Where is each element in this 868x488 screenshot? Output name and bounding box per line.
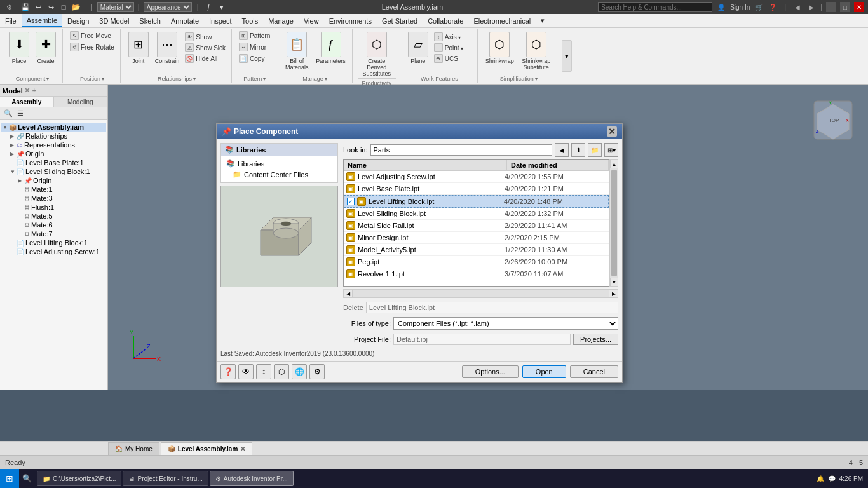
restore-btn[interactable]: □ (840, 2, 850, 12)
file-row-3[interactable]: ▣ Level Sliding Block.ipt 4/20/2020 1:32… (344, 208, 609, 220)
constrain-btn[interactable]: ⋯ Constrain (153, 30, 182, 65)
tab-level-assembly[interactable]: 📦 Level Assembly.iam ✕ (161, 442, 253, 455)
qa-redo[interactable]: ↪ (46, 2, 56, 12)
content-center-item[interactable]: 📁 Content Center Files (224, 169, 335, 180)
file-row-5[interactable]: ▣ Minor Design.ipt 2/2/2020 2:15 PM (344, 232, 609, 244)
file-row-2[interactable]: ✓ ▣ Level Lifting Block.ipt 4/20/2020 1:… (344, 195, 609, 208)
parameters-btn[interactable]: ƒ Parameters (313, 30, 348, 65)
assembly-tab-close[interactable]: ✕ (240, 445, 245, 452)
file-row-8[interactable]: ▣ Revolve-1-1.ipt 3/7/2020 11:07 AM (344, 268, 609, 280)
menu-more[interactable]: ▾ (536, 14, 550, 27)
dialog-close-btn[interactable]: ✕ (607, 126, 617, 137)
close-btn[interactable]: ✕ (854, 2, 864, 12)
qa-new[interactable]: □ (58, 2, 69, 12)
libraries-item[interactable]: 📚 Libraries (224, 158, 335, 169)
show-btn[interactable]: 👁Show (183, 32, 227, 42)
file-row-6[interactable]: ▣ Model_Activity5.ipt 1/22/2020 11:30 AM (344, 244, 609, 256)
hide-all-btn[interactable]: 🚫Hide All (183, 53, 227, 64)
axis-btn[interactable]: ↕Axis ▾ (432, 32, 466, 42)
tray-icon-notification[interactable]: 🔔 (817, 475, 824, 482)
file-row-4[interactable]: ▣ Metal Side Rail.ipt 2/29/2020 11:41 AM (344, 220, 609, 232)
menu-file[interactable]: File (0, 14, 22, 27)
start-button[interactable]: ⊞ (0, 469, 19, 488)
lookin-back-btn[interactable]: ◀ (555, 143, 569, 157)
col-date[interactable]: Date modified (507, 160, 609, 170)
ribbon-more-btn[interactable]: ▾ (560, 29, 573, 83)
view1-btn[interactable]: 👁 (238, 364, 254, 379)
open-btn[interactable]: Open (522, 365, 566, 378)
file-row-1[interactable]: ▣ Level Base Plate.ipt 4/20/2020 1:21 PM (344, 183, 609, 195)
scroll-left-btn[interactable]: ◀ (344, 290, 353, 297)
col-name[interactable]: Name (344, 160, 507, 170)
menu-getstarted[interactable]: Get Started (377, 14, 423, 27)
minimize-btn[interactable]: — (826, 2, 836, 12)
lookin-view-btn[interactable]: ⊞▾ (604, 143, 618, 157)
scroll-up-btn[interactable]: ▲ (610, 159, 618, 168)
taskbar-item-0[interactable]: 📁 C:\Users\ortiza2\Pict... (37, 471, 121, 486)
create-derived-btn[interactable]: ⬡ Create Derived Substitutes (358, 30, 396, 78)
menu-manage[interactable]: Manage (263, 14, 299, 27)
taskbar-item-1[interactable]: 🖥 Project Editor - Instru... (123, 471, 208, 486)
lookin-up-btn[interactable]: ⬆ (571, 143, 585, 157)
tray-icon-chat[interactable]: 💬 (828, 475, 836, 482)
lookin-newfolder-btn[interactable]: 📁 (588, 143, 602, 157)
help-icon[interactable]: ❓ (768, 2, 778, 12)
help-dialog-btn[interactable]: ❓ (220, 364, 236, 379)
file-checkbox-2[interactable]: ✓ (347, 198, 355, 205)
mirror-btn[interactable]: ↔Mirror (237, 42, 268, 52)
settings-dialog-btn[interactable]: ⚙ (309, 364, 325, 379)
view3-btn[interactable]: ⬡ (274, 364, 289, 379)
arrow-icon[interactable]: ◀ (792, 2, 803, 12)
show-sick-btn[interactable]: ⚠Show Sick (183, 43, 227, 53)
globe-btn[interactable]: 🌐 (292, 364, 307, 379)
view2-btn[interactable]: ↕ (256, 364, 271, 379)
search-input[interactable] (598, 2, 712, 12)
options-btn[interactable]: Options... (462, 365, 519, 378)
user-icon[interactable]: 👤 (716, 2, 726, 12)
menu-assemble[interactable]: Assemble (22, 14, 62, 27)
menu-collaborate[interactable]: Collaborate (423, 14, 468, 27)
menu-annotate[interactable]: Annotate (166, 14, 204, 27)
file-row-0[interactable]: ▣ Level Adjusting Screw.ipt 4/20/2020 1:… (344, 171, 609, 183)
appearance-dropdown[interactable]: Appearance (144, 2, 192, 12)
qa-undo[interactable]: ↩ (33, 2, 43, 12)
qa-save[interactable]: 💾 (20, 2, 31, 12)
menu-environments[interactable]: Environments (324, 14, 377, 27)
arrow-right-icon[interactable]: ▶ (806, 2, 817, 12)
scroll-down-btn[interactable]: ▼ (610, 278, 618, 287)
file-list-scrollbar[interactable]: ▲ ▼ (609, 159, 618, 287)
menu-inspect[interactable]: Inspect (204, 14, 236, 27)
shrinkwrap-sub-btn[interactable]: ⬡ Shrinkwrap Substitute (518, 30, 555, 72)
free-move-btn[interactable]: ↖ Free Move (68, 30, 113, 41)
fx-btn[interactable]: ƒ (204, 2, 214, 12)
scroll-thumb[interactable] (611, 170, 617, 276)
project-input[interactable] (393, 334, 571, 345)
plane-btn[interactable]: ▱ Plane (405, 30, 431, 65)
menu-sketch[interactable]: Sketch (134, 14, 166, 27)
point-btn[interactable]: ·Point ▾ (432, 43, 466, 53)
file-row-7[interactable]: ▣ Peg.ipt 2/26/2020 10:00 PM (344, 256, 609, 268)
expand-btn[interactable]: ▾ (217, 2, 227, 12)
horizontal-scrollbar[interactable]: ◀ ▶ (343, 289, 618, 298)
cart-icon[interactable]: 🛒 (754, 2, 764, 12)
copy-btn[interactable]: 📄Copy (237, 53, 266, 64)
scroll-right-btn[interactable]: ▶ (609, 290, 618, 297)
menu-design[interactable]: Design (62, 14, 94, 27)
delete-input[interactable] (366, 302, 618, 313)
menu-tools[interactable]: Tools (237, 14, 264, 27)
create-btn[interactable]: ✚ Create (33, 30, 58, 65)
ucs-btn[interactable]: ⊕UCS (432, 53, 466, 64)
material-dropdown[interactable]: Material (97, 2, 134, 12)
joint-btn[interactable]: ⊞ Joint (126, 30, 151, 65)
lookin-input[interactable] (370, 144, 552, 156)
tab-myhome[interactable]: 🏠 My Home (108, 442, 159, 455)
qa-open[interactable]: 📂 (71, 2, 81, 12)
place-btn[interactable]: ⬇ Place (6, 30, 32, 65)
shrinkwrap-btn[interactable]: ⬡ Shrinkwrap (483, 30, 517, 65)
bom-btn[interactable]: 📋 Bill of Materials (281, 30, 312, 72)
projects-btn[interactable]: Projects... (573, 334, 618, 345)
cancel-btn[interactable]: Cancel (570, 365, 618, 378)
taskbar-item-2[interactable]: ⚙ Autodesk Inventor Pr... (210, 471, 294, 486)
filetype-select[interactable]: Component Files (*.ipt; *.iam) (393, 317, 618, 330)
pattern-btn[interactable]: ⊞Pattern (237, 30, 272, 41)
